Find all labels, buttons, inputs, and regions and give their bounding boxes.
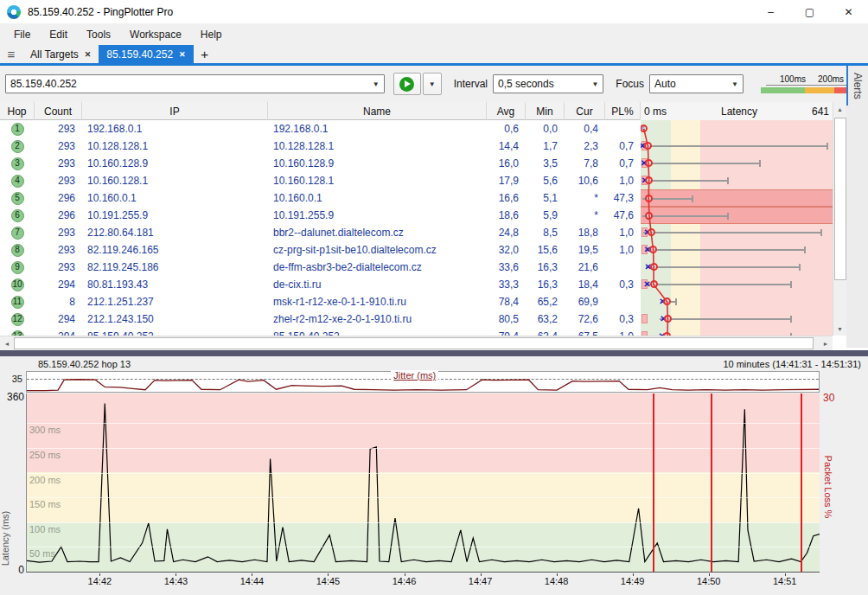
horizontal-scrollbar-thumb[interactable] [14, 337, 814, 349]
minimize-button[interactable]: – [751, 0, 790, 23]
target-address-value: 85.159.40.252 [10, 78, 77, 90]
tab-bar: ≡ All Targets ✕ 85.159.40.252 ✕ + [0, 45, 868, 66]
table-row-hop-12[interactable]: 12294212.1.243.150zhel-r2-m12-xe-2-0-1-9… [0, 310, 833, 328]
cell-min: 65,2 [526, 293, 565, 310]
cell-count: 294 [35, 310, 82, 328]
latency-mini-graph-cell: ✕ [641, 155, 833, 172]
column-header-latency-graph[interactable]: 0 msLatency641 [641, 102, 833, 120]
latency-mini-graph-cell: ✕ [641, 172, 833, 189]
column-header-count[interactable]: Count [35, 102, 82, 120]
jitter-plot[interactable]: Jitter (ms) [26, 371, 820, 393]
time-axis: 14:4214:4314:4414:4514:4614:4714:4814:49… [0, 573, 868, 591]
cell-min: 3,5 [526, 155, 565, 172]
menu-item-edit[interactable]: Edit [41, 26, 76, 43]
alerts-tab[interactable]: Alerts [852, 73, 864, 99]
scroll-right-icon[interactable]: ► [819, 336, 833, 350]
tab-close-icon[interactable]: ✕ [179, 50, 186, 59]
column-header-pl[interactable]: PL% [605, 102, 641, 120]
cell-min: 15,6 [526, 241, 565, 259]
cell-avg: 14,4 [487, 138, 526, 155]
hop-number-cell: 4 [0, 172, 35, 189]
new-tab-button[interactable]: + [194, 45, 216, 63]
menu-item-workspace[interactable]: Workspace [121, 26, 190, 43]
close-button[interactable]: ✕ [829, 0, 868, 23]
tab-target[interactable]: 85.159.40.252 ✕ [99, 45, 193, 63]
cell-pl: 1,0 [605, 224, 641, 241]
column-header-min[interactable]: Min [526, 102, 565, 120]
latency-mini-graph-cell [641, 189, 833, 207]
latency-max-tick [759, 160, 761, 167]
latency-range-bar [643, 232, 820, 234]
cell-avg: 33,3 [487, 276, 526, 293]
chevron-down-icon[interactable]: ▼ [731, 80, 738, 88]
cell-avg: 0,6 [487, 120, 526, 138]
cell-count: 293 [35, 138, 82, 155]
cell-name: 10.160.128.1 [268, 172, 487, 189]
pane-splitter[interactable] [0, 350, 868, 356]
maximize-button[interactable]: ▢ [790, 0, 829, 23]
gridline-50ms [27, 547, 820, 547]
table-row-hop-4[interactable]: 429310.160.128.110.160.128.117,95,610,61… [0, 172, 833, 189]
start-trace-button[interactable] [393, 73, 421, 95]
chevron-down-icon[interactable]: ▼ [591, 80, 598, 88]
column-header-name[interactable]: Name [268, 102, 487, 120]
vertical-scrollbar[interactable]: ▲ ▼ [833, 102, 846, 336]
column-header-ip[interactable]: IP [82, 102, 268, 120]
tab-close-icon[interactable]: ✕ [85, 50, 92, 59]
menu-item-tools[interactable]: Tools [78, 26, 119, 43]
latency-max-tick [790, 281, 792, 288]
vertical-scrollbar-thumb[interactable] [834, 118, 846, 280]
time-label-1446: 14:46 [393, 576, 417, 586]
column-header-cur[interactable]: Cur [565, 102, 605, 120]
focus-label: Focus [616, 78, 644, 90]
menu-item-help[interactable]: Help [192, 26, 231, 43]
average-latency-marker [644, 142, 652, 150]
timeline-header: 85.159.40.252 hop 13 10 minutes (14:41:3… [0, 356, 868, 371]
menu-item-file[interactable]: File [5, 26, 39, 43]
column-header-avg[interactable]: Avg [487, 102, 526, 120]
table-row-hop-8[interactable]: 829382.119.246.165cz-prg-sit-p1sit-be10.… [0, 241, 833, 259]
focus-combobox[interactable]: Auto ▼ [649, 74, 744, 93]
chevron-down-icon[interactable]: ▼ [373, 80, 380, 88]
cell-pl: 1,0 [605, 241, 641, 259]
tab-all-targets[interactable]: All Targets ✕ [22, 45, 99, 63]
scroll-left-icon[interactable]: ◄ [0, 336, 14, 350]
scroll-down-icon[interactable]: ▼ [833, 322, 846, 336]
target-address-combobox[interactable]: 85.159.40.252 ▼ [5, 74, 385, 93]
latency-range-bar [646, 284, 790, 285]
cell-min: 16,3 [526, 276, 565, 293]
table-row-hop-10[interactable]: 1029480.81.193.43de-cix.ti.ru33,316,318,… [0, 276, 833, 293]
cell-avg: 16,0 [487, 155, 526, 172]
table-row-hop-1[interactable]: 1293192.168.0.1192.168.0.10,60,00,4✕ [0, 120, 833, 138]
jitter-strip: 35 Jitter (ms) [0, 371, 868, 393]
time-label-1445: 14:45 [316, 576, 341, 586]
column-header-hop[interactable]: Hop [0, 102, 35, 120]
timeline-target-label: 85.159.40.252 hop 13 [38, 359, 131, 369]
window-bottom-edge [0, 591, 868, 595]
table-row-hop-11[interactable]: 118212.1.251.237msk-r1-r12-xe-0-1-1-910.… [0, 293, 833, 310]
table-row-hop-7[interactable]: 7293212.80.64.181bbr2--dalunet.dialtelec… [0, 224, 833, 241]
cell-ip: 212.80.64.181 [82, 224, 268, 241]
tab-list-menu-icon[interactable]: ≡ [0, 45, 22, 63]
table-row-hop-2[interactable]: 229310.128.128.110.128.128.114,41,72,30,… [0, 138, 833, 155]
horizontal-scrollbar[interactable]: ◄ ► [0, 336, 833, 350]
time-label-1444: 14:44 [240, 576, 265, 586]
table-row-hop-6[interactable]: 629610.191.255.910.191.255.918,65,9*47,6 [0, 207, 833, 224]
cell-cur: 18,4 [565, 276, 605, 293]
average-latency-marker [663, 298, 671, 305]
table-row-hop-3[interactable]: 329310.160.128.910.160.128.916,03,57,80,… [0, 155, 833, 172]
table-rows: 1293192.168.0.1192.168.0.10,60,00,4✕2293… [0, 120, 833, 336]
latency-axis-title: Latency (ms) [0, 511, 10, 566]
trace-controls: ▼ [393, 73, 442, 95]
cell-ip: 212.1.251.237 [82, 293, 268, 310]
trace-options-dropdown[interactable]: ▼ [423, 73, 442, 95]
latency-plot-area[interactable]: 300 ms250 ms200 ms150 ms100 ms50 ms [26, 393, 820, 573]
y-axis-max: 360 [3, 391, 24, 403]
tab-all-targets-label: All Targets [30, 48, 79, 61]
table-row-hop-9[interactable]: 929382.119.245.186de-ffm-asbr3-be2-dialt… [0, 259, 833, 276]
table-row-hop-13[interactable]: 1329485.159.40.25285.159.40.25279,463,46… [0, 328, 833, 336]
gridline-300ms [27, 423, 820, 424]
table-row-hop-5[interactable]: 529610.160.0.110.160.0.116,65,1*47,3 [0, 189, 833, 207]
scroll-up-icon[interactable]: ▲ [833, 102, 846, 116]
interval-combobox[interactable]: 0,5 seconds ▼ [493, 74, 603, 93]
